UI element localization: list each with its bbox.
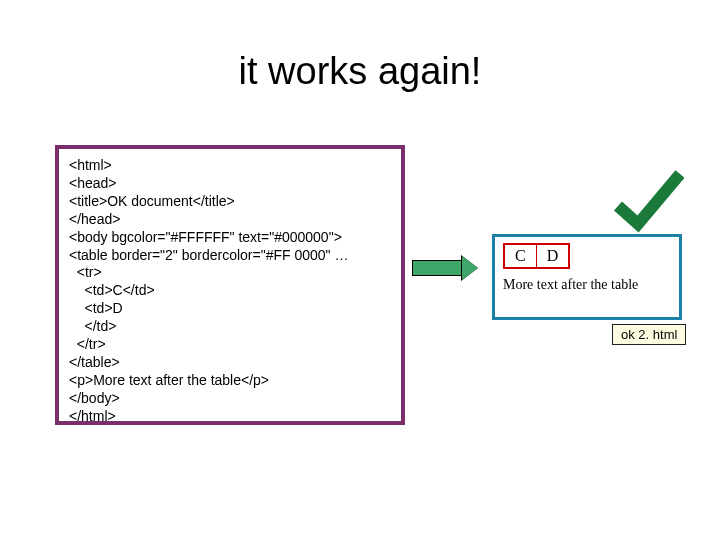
table-row: C D — [504, 244, 569, 268]
rendered-table: C D — [503, 243, 570, 269]
arrow-icon — [412, 256, 478, 280]
code-listing: <html> <head> <title>OK document</title>… — [55, 145, 405, 425]
filename-label: ok 2. html — [612, 324, 686, 345]
rendered-paragraph: More text after the table — [503, 277, 671, 293]
checkmark-icon — [612, 166, 684, 238]
slide-title: it works again! — [0, 50, 720, 93]
table-cell-d: D — [536, 244, 569, 268]
rendered-preview: C D More text after the table — [492, 234, 682, 320]
table-cell-c: C — [504, 244, 536, 268]
